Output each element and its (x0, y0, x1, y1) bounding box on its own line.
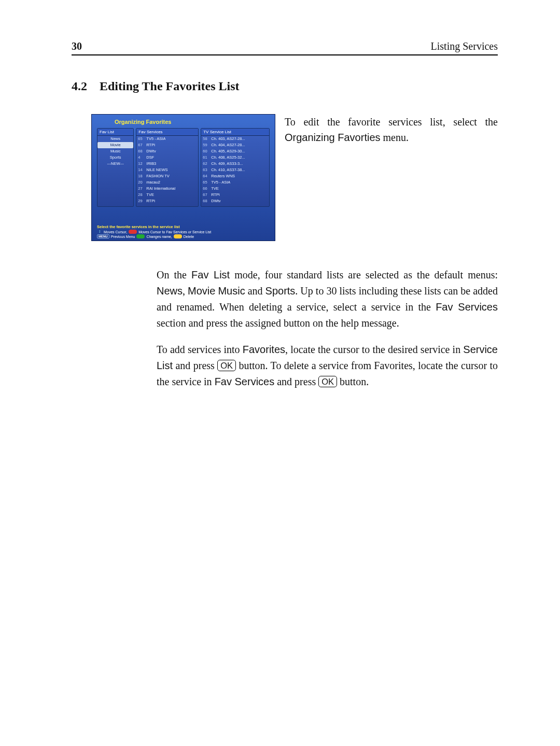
header-rule (72, 54, 498, 55)
panel-fav-list: Fav List NewsMovieMusicSports---NEW--- (97, 128, 134, 207)
channel-name: TV5 - ASIA (146, 136, 165, 142)
panel-header-fav-services: Fav Services (136, 129, 198, 136)
channel-number: 14 (138, 167, 146, 173)
channel-name: Ch. 403, AS27-28... (211, 136, 245, 142)
channel-name: TVE (146, 192, 154, 198)
page-number: 30 (72, 40, 82, 52)
fav-services-row[interactable]: 65TV5 - ASIA (136, 136, 198, 142)
channel-number: 60 (203, 148, 211, 154)
menu-button-icon: MENU (97, 234, 109, 238)
chapter-title: Listing Services (431, 40, 498, 52)
term-fav-services: Fav Services (436, 301, 498, 313)
channel-name: RTPi (146, 142, 155, 148)
service-list-row[interactable]: 66TVE (201, 186, 269, 192)
fav-list-item[interactable]: Music (97, 148, 133, 154)
green-pill-icon (136, 234, 145, 238)
p1-text: and (245, 285, 265, 297)
menu-name-organizing-favorties: Organizing Favorties (285, 132, 381, 143)
fav-list-item[interactable]: ---NEW--- (97, 161, 133, 167)
p1-text: section and press the assigned button on… (157, 317, 399, 329)
channel-number: 27 (138, 186, 146, 192)
channel-number: 29 (138, 198, 146, 204)
help-changes-name: Changes name, (146, 235, 172, 238)
fav-services-row[interactable]: 18FASHION TV (136, 173, 198, 179)
red-pill-icon (129, 230, 137, 234)
panel-header-service-list: TV Service List (201, 129, 269, 136)
service-list-row[interactable]: 58Ch. 403, AS27-28... (201, 136, 269, 142)
channel-number: 67 (203, 192, 211, 198)
channel-number: 62 (203, 161, 211, 167)
help-moves-cursor-to: Moves Cursor to Fav Services or Service … (138, 230, 211, 234)
term-fav-list: Fav List (191, 269, 230, 280)
fav-list-item[interactable]: Movie (97, 142, 133, 148)
p2-text: and press (274, 376, 318, 387)
screenshot-help: Select the favorite services in the serv… (95, 224, 272, 238)
channel-number: 64 (203, 173, 211, 179)
channel-name: TV5 - ASIA (211, 179, 230, 186)
service-list-row[interactable]: 60Ch. 405, AS29-30... (201, 148, 269, 154)
page-header: 30 Listing Services (72, 40, 498, 52)
help-delete: Delete (184, 235, 194, 238)
service-list-row[interactable]: 68DWtv (201, 198, 269, 204)
fav-list-item-label: News (99, 136, 132, 142)
fav-services-row[interactable]: 27RAI International (136, 186, 198, 192)
service-list-row[interactable]: 61Ch. 408, AS25-32... (201, 154, 269, 161)
fav-list-item-label: Sports (99, 154, 132, 161)
channel-number: 66 (203, 186, 211, 192)
channel-name: macau2 (146, 179, 160, 186)
fav-services-row[interactable]: 20macau2 (136, 179, 198, 186)
channel-name: FASHION TV (146, 173, 169, 179)
fav-list-item-label: Movie (99, 142, 132, 148)
channel-number: 18 (138, 173, 146, 179)
panel-service-list: TV Service List 58Ch. 403, AS27-28...59C… (201, 128, 270, 207)
p1-text: On the (157, 269, 191, 280)
channel-number: 68 (138, 148, 146, 154)
fav-services-row[interactable]: 14NILE NEWS (136, 167, 198, 173)
panel-header-fav-list: Fav List (97, 129, 133, 136)
intro-line-1: To edit the favorite services list, sele… (285, 116, 498, 128)
channel-name: Ch. 410, AS37-38... (211, 167, 245, 173)
help-previous-menu: Previous Menu (111, 235, 135, 238)
fav-services-row[interactable]: 4DSF (136, 154, 198, 161)
help-line-3: MENU Previous Menu Changes name, Delete (97, 234, 270, 238)
p2-text: and press (173, 360, 217, 371)
channel-name: DSF (146, 154, 154, 161)
channel-name: RTPi (211, 192, 220, 198)
ok-keycap-icon: OK (217, 360, 236, 371)
page: 30 Listing Services 4.2 Editing The Favo… (0, 0, 560, 746)
p2-text: button. (337, 376, 369, 387)
channel-number: 67 (138, 142, 146, 148)
service-list-row[interactable]: 67RTPi (201, 192, 269, 198)
channel-name: DWtv (146, 148, 156, 154)
service-list-row[interactable]: 62Ch. 409, AS33-3... (201, 161, 269, 167)
fav-services-row[interactable]: 12IRIB3 (136, 161, 198, 167)
fav-list-item[interactable]: News (97, 136, 133, 142)
channel-number: 65 (203, 179, 211, 186)
fav-services-row[interactable]: 29RTPi (136, 198, 198, 204)
service-list-row[interactable]: 65TV5 - ASIA (201, 179, 269, 186)
channel-number: 58 (203, 136, 211, 142)
fav-list-item[interactable]: Sports (97, 154, 133, 161)
screenshot-organizing-favorites: Organizing Favorites Fav List NewsMovieM… (91, 114, 275, 241)
channel-name: TVE (211, 186, 219, 192)
panel-fav-services: Fav Services 65TV5 - ASIA67RTPi68DWtv4DS… (136, 128, 199, 207)
service-list-row[interactable]: 59Ch. 404, AS27-28... (201, 142, 269, 148)
channel-number: 61 (203, 154, 211, 161)
channel-number: 28 (138, 192, 146, 198)
fav-services-row[interactable]: 28TVE (136, 192, 198, 198)
channel-number: 65 (138, 136, 146, 142)
channel-number: 63 (203, 167, 211, 173)
service-list-row[interactable]: 63Ch. 410, AS37-38... (201, 167, 269, 173)
term-music: Music (218, 285, 245, 297)
fav-services-row[interactable]: 67RTPi (136, 142, 198, 148)
screenshot-title: Organizing Favorites (115, 119, 272, 125)
channel-number: 68 (203, 198, 211, 204)
fav-services-row[interactable]: 68DWtv (136, 148, 198, 154)
service-list-row[interactable]: 64Reuters WNS (201, 173, 269, 179)
help-line-2: ↕ Moves Cursor, Moves Cursor to Fav Serv… (97, 229, 270, 234)
channel-number: 59 (203, 142, 211, 148)
screenshot-panels: Fav List NewsMovieMusicSports---NEW--- F… (95, 128, 272, 207)
channel-name: Ch. 404, AS27-28... (211, 142, 245, 148)
yellow-pill-icon (174, 234, 182, 238)
channel-name: IRIB3 (146, 161, 156, 167)
